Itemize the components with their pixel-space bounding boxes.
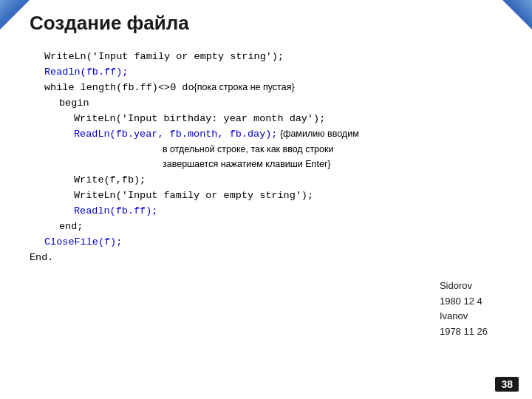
sample-data: Sidorov 1980 12 4 Ivanov 1978 11 26 — [440, 279, 488, 340]
code-text: while length(fb.ff)<>0 do — [44, 81, 194, 96]
code-line-8: WriteLn('Input family or empty string'); — [30, 188, 510, 204]
code-line-5: WriteLn('Input birthday: year month day'… — [30, 112, 510, 127]
code-line-7: Write(f,fb); — [30, 173, 510, 188]
code-line-2: Readln(fb.ff); — [30, 65, 510, 81]
code-text: Readln(fb.ff); — [74, 204, 157, 219]
code-text: WriteLn('Input family or empty string'); — [74, 188, 313, 204]
code-text: Readln(fb.ff); — [44, 65, 128, 81]
sample-line-1: Sidorov — [440, 279, 488, 294]
code-text: begin — [59, 96, 89, 112]
code-line-1: WriteLn('Input family or empty string'); — [30, 50, 510, 65]
code-text: Write(f,fb); — [74, 173, 146, 188]
code-text: End. — [30, 250, 53, 266]
code-text: WriteLn('Input family or empty string'); — [44, 50, 284, 65]
code-comment-cont2: завершается нажатием клавиши Enter} — [163, 159, 330, 169]
sample-line-2: 1980 12 4 — [440, 294, 488, 310]
code-comment-cont1: в отдельной строке, так как ввод строки — [163, 144, 333, 154]
sample-line-3: Ivanov — [440, 309, 488, 324]
code-comment: {фамилию вводим — [277, 127, 358, 141]
code-line-4: begin — [30, 96, 510, 112]
code-text: WriteLn('Input birthday: year month day'… — [74, 112, 325, 127]
code-line-9: Readln(fb.ff); — [30, 204, 510, 219]
code-text: ReadLn(fb.year, fb.month, fb.day); — [74, 127, 277, 143]
code-comment: {пока строка не пустая} — [194, 81, 295, 95]
code-line-3: while length(fb.ff)<>0 do {пока строка н… — [30, 81, 510, 96]
slide-title: Создание файла — [30, 12, 510, 35]
page-number: 38 — [495, 377, 519, 392]
code-text: CloseFile(f); — [44, 235, 122, 250]
code-line-12: End. — [30, 250, 510, 266]
code-block: WriteLn('Input family or empty string');… — [30, 50, 510, 266]
slide-container: Создание файла WriteLn('Input family or … — [0, 0, 532, 399]
code-line-6: ReadLn(fb.year, fb.month, fb.day); {фами… — [30, 127, 510, 174]
code-line-11: CloseFile(f); — [30, 235, 510, 250]
sample-line-4: 1978 11 26 — [440, 324, 488, 340]
code-text: end; — [59, 219, 83, 235]
code-line-10: end; — [30, 219, 510, 235]
